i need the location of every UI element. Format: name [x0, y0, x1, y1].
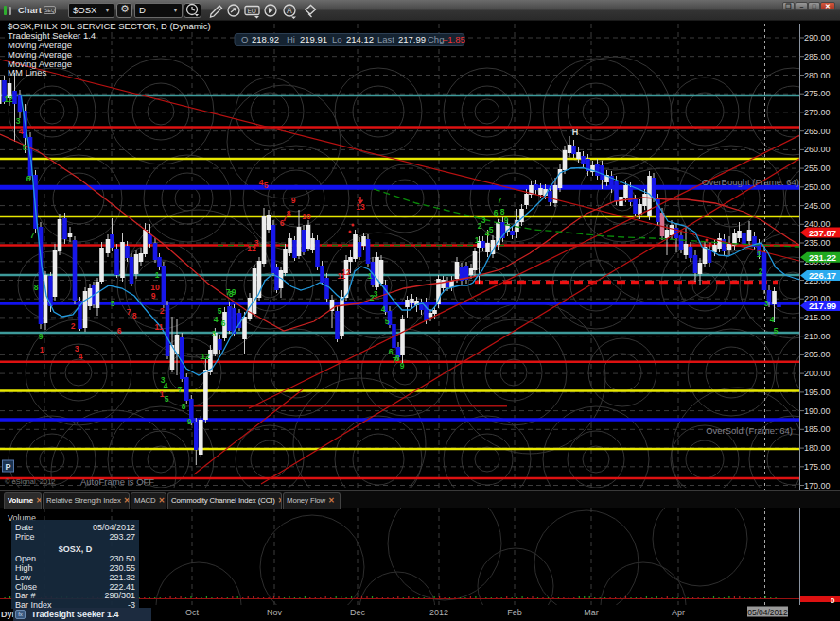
svg-text:210.00: 210.00 [804, 332, 831, 341]
svg-text:260.00: 260.00 [804, 145, 831, 154]
svg-text:219.91: 219.91 [300, 34, 327, 44]
svg-text:4: 4 [381, 304, 386, 314]
svg-text:9: 9 [504, 216, 509, 225]
svg-text:1: 1 [475, 235, 480, 245]
svg-text:Mar: Mar [584, 608, 599, 617]
svg-text:180.00: 180.00 [804, 443, 831, 453]
svg-text:5: 5 [385, 317, 390, 326]
svg-text:05/04/2012: 05/04/2012 [747, 608, 788, 617]
svg-text:12: 12 [341, 267, 351, 277]
svg-text:280.00: 280.00 [804, 71, 831, 80]
svg-text:9: 9 [151, 291, 156, 301]
svg-text:3: 3 [764, 299, 769, 308]
svg-text:10: 10 [150, 283, 160, 292]
svg-text:190.00: 190.00 [804, 406, 831, 416]
svg-text:175.00: 175.00 [804, 462, 831, 472]
svg-text:3: 3 [374, 289, 378, 299]
svg-text:226.17: 226.17 [809, 270, 836, 281]
svg-text:Last: Last [377, 34, 394, 44]
svg-text:275.00: 275.00 [804, 89, 831, 98]
svg-text:Chg: Chg [428, 34, 444, 44]
svg-text:3: 3 [16, 116, 21, 126]
svg-text:2: 2 [160, 306, 165, 316]
svg-text:217.99: 217.99 [809, 301, 836, 311]
svg-text:205.00: 205.00 [804, 350, 831, 359]
svg-text:4: 4 [770, 315, 775, 324]
svg-text:–1.85: –1.85 [443, 34, 465, 44]
svg-text:237.87: 237.87 [809, 228, 836, 238]
svg-text:170.00: 170.00 [804, 481, 831, 491]
svg-text:6: 6 [221, 319, 226, 328]
svg-text:1: 1 [155, 270, 160, 280]
svg-text:0: 0 [831, 596, 835, 605]
svg-text:215.00: 215.00 [804, 313, 831, 322]
svg-text:7: 7 [30, 231, 35, 240]
svg-text:3: 3 [254, 238, 259, 248]
svg-text:6: 6 [117, 326, 122, 336]
svg-text:Oct: Oct [185, 608, 200, 617]
svg-text:235.00: 235.00 [804, 238, 831, 248]
svg-text:5: 5 [774, 326, 779, 336]
svg-text:H: H [572, 128, 579, 137]
svg-text:OverSold (Frame: 64): OverSold (Frame: 64) [706, 425, 793, 436]
svg-text:265.00: 265.00 [804, 127, 831, 136]
svg-text:6: 6 [494, 208, 499, 217]
svg-text:4: 4 [79, 352, 83, 361]
svg-text:5: 5 [165, 394, 169, 404]
svg-text:1: 1 [368, 271, 373, 281]
svg-text:255.00: 255.00 [804, 164, 831, 173]
svg-text:285.00: 285.00 [804, 52, 831, 61]
svg-text:231.22: 231.22 [809, 252, 836, 263]
svg-text:Nov: Nov [267, 608, 283, 617]
svg-text:9: 9 [187, 417, 192, 426]
svg-text:Feb: Feb [507, 608, 522, 617]
svg-text:9: 9 [291, 196, 296, 205]
svg-text:1: 1 [40, 345, 44, 354]
svg-text:1: 1 [757, 250, 761, 259]
svg-text:9: 9 [39, 332, 44, 341]
svg-text:12: 12 [4, 95, 13, 104]
svg-text:5: 5 [23, 143, 27, 152]
svg-text:250.00: 250.00 [804, 182, 831, 192]
svg-text:MM Lines: MM Lines [8, 67, 46, 78]
svg-text:5: 5 [218, 306, 222, 316]
svg-text:A: A [287, 6, 292, 15]
svg-text:245.00: 245.00 [804, 201, 831, 211]
svg-text:7: 7 [498, 196, 502, 205]
svg-text:290.00: 290.00 [804, 33, 831, 43]
svg-text:O: O [241, 34, 248, 44]
svg-text:AutoFrame is OFF: AutoFrame is OFF [80, 476, 154, 487]
svg-text:218.92: 218.92 [252, 34, 279, 44]
svg-text:217.99: 217.99 [398, 34, 426, 44]
svg-text:4: 4 [164, 381, 168, 390]
svg-text:Apr: Apr [672, 608, 685, 617]
svg-text:1: 1 [160, 389, 165, 399]
svg-text:11: 11 [155, 322, 164, 332]
svg-text:OverBought (Frame: 64): OverBought (Frame: 64) [702, 177, 799, 187]
svg-text:4: 4 [19, 127, 24, 136]
svg-text:2: 2 [759, 267, 763, 276]
svg-text:195.00: 195.00 [804, 388, 831, 397]
svg-text:3: 3 [212, 329, 217, 338]
svg-text:Lo: Lo [332, 34, 342, 44]
svg-text:5: 5 [111, 299, 115, 308]
svg-text:© eSignal, 2012: © eSignal, 2012 [5, 477, 55, 486]
svg-text:Dec: Dec [350, 608, 366, 617]
svg-text:2012: 2012 [429, 608, 448, 617]
svg-text:5: 5 [264, 181, 269, 190]
svg-text:185.00: 185.00 [804, 424, 831, 434]
svg-text:9: 9 [400, 361, 405, 371]
svg-text:EQ: EQ [248, 8, 256, 15]
svg-text:200.00: 200.00 [804, 369, 831, 378]
svg-text:12: 12 [201, 352, 210, 361]
svg-text:214.12: 214.12 [346, 34, 374, 44]
svg-text:270.00: 270.00 [804, 108, 831, 117]
svg-text:Hi: Hi [287, 34, 295, 44]
svg-text:5: 5 [489, 225, 494, 234]
svg-text:2: 2 [71, 321, 76, 331]
svg-text:7: 7 [127, 307, 131, 317]
svg-text:10: 10 [302, 212, 311, 221]
svg-text:8: 8 [132, 311, 137, 320]
svg-text:9: 9 [232, 287, 236, 297]
svg-text:8: 8 [287, 209, 291, 218]
